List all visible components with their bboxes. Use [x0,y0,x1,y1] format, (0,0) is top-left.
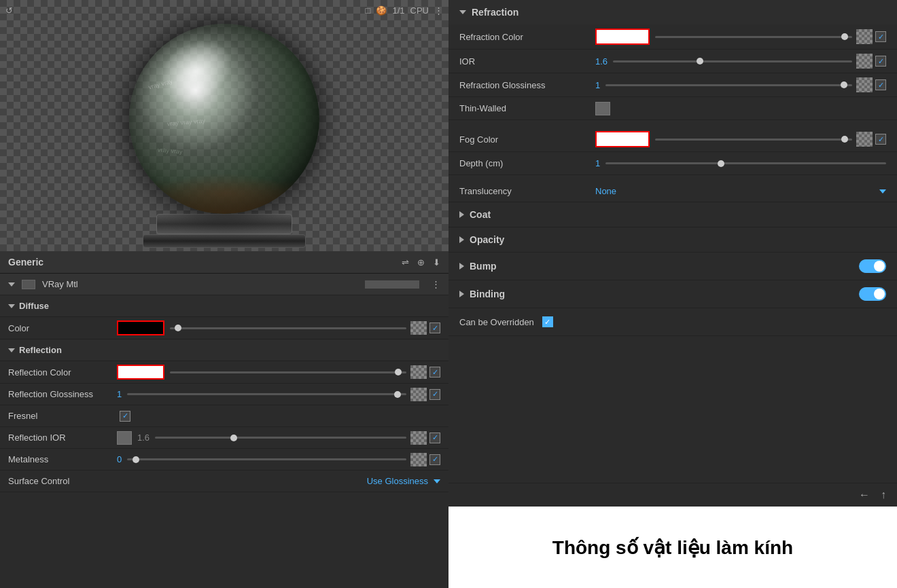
square-icon[interactable]: □ [366,5,371,16]
ior-checkbox[interactable]: ✓ [875,56,886,67]
color-checkbox[interactable]: ✓ [429,323,440,333]
refraction-glossiness-track [605,84,852,86]
sphere-container: vray vray vray vray vray vray vray [129,24,319,248]
reflection-glossiness-label: Reflection Glossiness [8,389,117,399]
reflection-texture-btn[interactable] [410,365,427,379]
preview-toolbar: ↺ □ 🍪 1/1 CPU ⋮ [5,5,443,16]
ior-label: IOR [459,56,595,67]
reflection-color-swatch[interactable] [117,365,164,380]
spacer [448,120,897,127]
collapse-triangle[interactable] [8,282,15,287]
material-more-icon[interactable]: ⋮ [432,279,440,289]
sphere-text-2: vray vray vray [167,117,206,128]
reflection-ior-thumb[interactable] [230,435,237,441]
material-icon [22,280,35,289]
refraction-color-swatch[interactable] [595,29,650,45]
refraction-collapse-icon [459,10,466,14]
right-panel: Refraction Refraction Color ✓ IOR 1.6 [448,0,897,588]
refraction-glossiness-value: 1 [595,80,600,90]
refraction-glossiness-texture-btn[interactable] [856,77,873,92]
depth-thumb[interactable] [718,160,724,167]
translucency-label: Translucency [459,186,595,196]
thin-walled-swatch[interactable] [595,102,610,115]
settings-icon[interactable]: ⇌ [402,257,409,268]
reflection-glossiness-checkbox[interactable]: ✓ [429,389,440,400]
depth-label: Depth (cm) [459,158,595,168]
bump-section[interactable]: Bump [448,253,897,280]
surface-control-value[interactable]: Use Glossiness [367,476,428,486]
refraction-color-prop-row: Refraction Color ✓ [448,24,897,50]
fog-color-swatch[interactable] [595,131,650,147]
reflection-section-header[interactable]: Reflection [0,339,448,361]
color-slider-thumb[interactable] [175,325,181,331]
panel-header-title: Generic [8,257,43,268]
fog-color-texture-btn[interactable] [856,132,873,147]
metalness-slider[interactable] [127,458,406,460]
reflection-slider-thumb[interactable] [395,369,402,375]
color-slider[interactable] [170,327,406,329]
metalness-value: 0 [117,454,122,464]
depth-value: 1 [595,158,600,168]
binding-section-title: Binding [470,289,505,299]
reflection-glossiness-slider[interactable] [127,393,406,395]
ior-texture-btn[interactable] [856,54,873,69]
refraction-color-checkbox[interactable]: ✓ [875,31,886,42]
binding-expand-icon [459,291,464,297]
diffuse-section-header[interactable]: Diffuse [0,295,448,317]
material-name: VRay Mtl [42,279,78,289]
refraction-glossiness-thumb[interactable] [841,81,847,88]
fog-color-label: Fog Color [459,134,595,145]
more-icon[interactable]: ⋮ [434,5,443,16]
panel-header-icons: ⇌ ⊕ ⬇ [402,257,440,268]
depth-slider[interactable] [605,162,886,164]
reflection-ior-slider[interactable] [155,437,406,439]
properties-panel: Generic ⇌ ⊕ ⬇ VRay Mtl ⋮ Diffuse Color [0,251,448,588]
refraction-glossiness-prop-row: Refraction Glossiness 1 ✓ [448,73,897,97]
opacity-section[interactable]: Opacity [448,227,897,253]
coat-section[interactable]: Coat [448,202,897,227]
refraction-section-header[interactable]: Refraction [448,0,897,24]
translucency-dropdown-icon[interactable] [879,189,886,194]
metalness-checkbox[interactable]: ✓ [429,454,440,465]
refraction-color-texture-btn[interactable] [856,29,873,44]
bump-toggle[interactable] [859,259,886,273]
reflection-section-title: Reflection [19,345,62,355]
metalness-thumb[interactable] [133,456,139,463]
reflection-glossiness-thumb[interactable] [394,391,401,398]
fresnel-checkbox[interactable]: ✓ [120,411,130,422]
refraction-color-thumb[interactable] [841,33,848,40]
color-texture-btn[interactable] [410,321,427,335]
back-arrow[interactable]: ← [859,489,870,501]
refraction-glossiness-checkbox[interactable]: ✓ [875,79,886,90]
ior-slider[interactable] [613,60,852,62]
spacer2 [448,175,897,181]
coat-expand-icon [459,211,464,218]
refraction-color-slider[interactable] [655,36,852,38]
surface-control-dropdown-icon[interactable] [434,479,440,483]
refresh-icon[interactable]: ↺ [5,5,13,16]
fog-color-slider[interactable] [655,139,852,141]
depth-prop-row: Depth (cm) 1 [448,152,897,175]
reflection-ior-checkbox[interactable]: ✓ [429,433,440,443]
add-icon[interactable]: ⊕ [417,257,425,268]
binding-section[interactable]: Binding [448,280,897,308]
reflection-checkbox[interactable]: ✓ [429,367,440,378]
binding-toggle[interactable] [859,287,886,301]
fog-color-thumb[interactable] [841,136,848,143]
ior-prop-row: IOR 1.6 ✓ [448,50,897,73]
fog-color-checkbox[interactable]: ✓ [875,134,886,145]
metalness-label: Metalness [8,454,117,464]
color-swatch[interactable] [117,320,164,335]
reflection-ior-texture-btn[interactable] [410,431,427,445]
sphere-base-ring2 [143,234,306,248]
refraction-glossiness-slider[interactable] [605,84,852,86]
metalness-texture-btn[interactable] [410,453,427,466]
reflection-glossiness-texture-btn[interactable] [410,388,427,401]
ior-thumb[interactable] [697,58,703,65]
up-arrow[interactable]: ↑ [881,489,886,501]
opacity-section-title: Opacity [470,234,504,245]
cookie-icon[interactable]: 🍪 [376,5,387,16]
override-checkbox[interactable]: ✓ [542,316,553,327]
save-icon[interactable]: ⬇ [433,257,440,268]
reflection-color-slider[interactable] [170,371,406,373]
